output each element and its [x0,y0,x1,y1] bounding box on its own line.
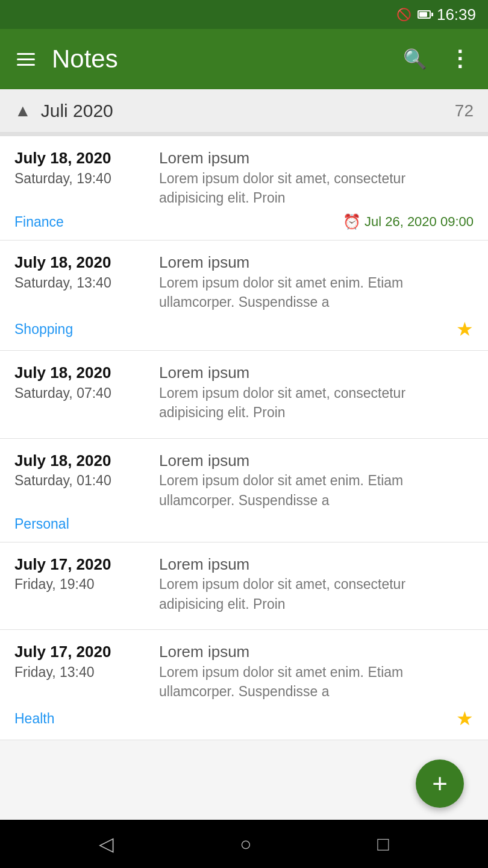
note-date-col: July 18, 2020 Saturday, 01:40 [14,451,147,510]
note-date-primary: July 17, 2020 [14,642,147,662]
note-date-secondary: Saturday, 13:40 [14,273,147,292]
note-preview: Lorem ipsum dolor sit amet enim. Etiam u… [159,273,474,312]
note-card[interactable]: July 18, 2020 Saturday, 07:40 Lorem ipsu… [0,351,488,438]
note-date-secondary: Saturday, 01:40 [14,471,147,490]
note-reminder: ⏰ Jul 26, 2020 09:00 [343,213,474,230]
note-content-col: Lorem ipsum Lorem ipsum dolor sit amet, … [159,555,474,614]
note-footer: Personal [14,516,474,532]
note-date-col: July 17, 2020 Friday, 13:40 [14,642,147,701]
note-date-col: July 18, 2020 Saturday, 13:40 [14,253,147,312]
note-category[interactable]: Finance [14,214,64,230]
note-preview: Lorem ipsum dolor sit amet, consectetur … [159,169,474,207]
note-card[interactable]: July 18, 2020 Saturday, 13:40 Lorem ipsu… [0,241,488,351]
note-date-col: July 17, 2020 Friday, 19:40 [14,555,147,614]
note-preview: Lorem ipsum dolor sit amet enim. Etiam u… [159,471,474,509]
month-count: 72 [455,101,474,121]
more-options-icon[interactable]: ⋮ [444,42,476,77]
note-date-secondary: Friday, 13:40 [14,662,147,682]
app-title: Notes [52,45,386,74]
note-date-primary: July 18, 2020 [14,451,147,471]
menu-button[interactable] [12,48,40,71]
note-date-primary: July 18, 2020 [14,148,147,169]
month-label: Juli 2020 [41,101,455,121]
note-card[interactable]: July 18, 2020 Saturday, 19:40 Lorem ipsu… [0,136,488,241]
note-date-col: July 18, 2020 Saturday, 07:40 [14,363,147,422]
month-header: ▲ Juli 2020 72 [0,89,488,133]
note-content-col: Lorem ipsum Lorem ipsum dolor sit amet e… [159,451,474,510]
no-sim-icon: 🚫 [396,7,411,22]
note-card[interactable]: July 17, 2020 Friday, 19:40 Lorem ipsum … [0,542,488,630]
note-date-secondary: Saturday, 19:40 [14,169,147,188]
note-title: Lorem ipsum [159,642,474,662]
note-date-primary: July 18, 2020 [14,363,147,383]
note-date-col: July 18, 2020 Saturday, 19:40 [14,148,147,207]
note-title: Lorem ipsum [159,363,474,383]
note-preview: Lorem ipsum dolor sit amet, consectetur … [159,574,474,613]
note-date-secondary: Saturday, 07:40 [14,383,147,403]
note-card[interactable]: July 17, 2020 Friday, 13:40 Lorem ipsum … [0,630,488,740]
reminder-text: Jul 26, 2020 09:00 [364,214,474,230]
alarm-icon: ⏰ [343,213,361,230]
note-footer: Health ★ [14,707,474,730]
search-icon[interactable]: 🔍 [398,43,432,75]
note-content-col: Lorem ipsum Lorem ipsum dolor sit amet e… [159,253,474,312]
add-icon: + [432,770,448,797]
note-footer: Finance ⏰ Jul 26, 2020 09:00 [14,213,474,230]
app-bar-actions: 🔍 ⋮ [398,42,476,77]
app-bar: Notes 🔍 ⋮ [0,29,488,89]
star-icon: ★ [456,707,474,730]
battery-icon [418,10,431,19]
note-content-col: Lorem ipsum Lorem ipsum dolor sit amet, … [159,363,474,422]
note-date-secondary: Friday, 19:40 [14,574,147,594]
note-footer: Shopping ★ [14,318,474,341]
note-category[interactable]: Health [14,711,54,727]
note-preview: Lorem ipsum dolor sit amet enim. Etiam u… [159,662,474,701]
add-note-fab[interactable]: + [416,760,464,808]
note-category[interactable]: Shopping [14,321,73,338]
note-title: Lorem ipsum [159,253,474,273]
note-title: Lorem ipsum [159,555,474,575]
note-title: Lorem ipsum [159,451,474,471]
note-content-col: Lorem ipsum Lorem ipsum dolor sit amet e… [159,642,474,701]
status-bar: 🚫 16:39 [0,0,488,29]
recents-button[interactable]: □ [370,826,396,863]
note-date-primary: July 18, 2020 [14,253,147,273]
status-icons: 🚫 16:39 [396,5,476,24]
note-category[interactable]: Personal [14,516,69,532]
status-time: 16:39 [437,5,476,24]
note-card[interactable]: July 18, 2020 Saturday, 01:40 Lorem ipsu… [0,439,488,542]
note-title: Lorem ipsum [159,148,474,169]
notes-list: July 18, 2020 Saturday, 19:40 Lorem ipsu… [0,136,488,820]
home-button[interactable]: ○ [233,826,258,863]
note-date-primary: July 17, 2020 [14,555,147,575]
star-icon: ★ [456,318,474,341]
note-preview: Lorem ipsum dolor sit amet, consectetur … [159,383,474,422]
note-content-col: Lorem ipsum Lorem ipsum dolor sit amet, … [159,148,474,207]
collapse-chevron[interactable]: ▲ [14,101,31,121]
nav-bar: ◁ ○ □ [0,820,488,868]
back-button[interactable]: ◁ [92,825,121,863]
